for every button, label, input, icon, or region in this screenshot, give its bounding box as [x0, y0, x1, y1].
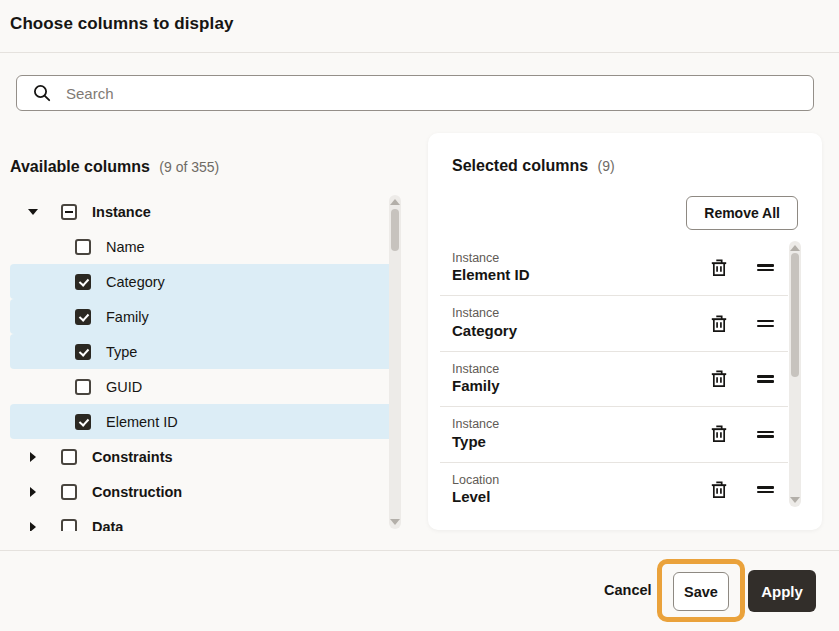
checkbox[interactable] — [75, 344, 91, 360]
tree-row-label: Construction — [92, 484, 182, 500]
selected-column-group: Instance — [452, 306, 709, 322]
tree-row[interactable]: Construction — [10, 474, 393, 509]
selected-column-item[interactable]: Instance Category — [440, 295, 788, 350]
tree-row[interactable]: Element ID — [10, 404, 393, 439]
selected-column-text: Instance Category — [452, 306, 709, 340]
selected-column-name: Family — [452, 377, 709, 396]
selected-column-item[interactable]: Instance Family — [440, 351, 788, 406]
selected-column-item[interactable]: Instance Type — [440, 406, 788, 461]
scroll-down-icon[interactable] — [390, 519, 400, 525]
selected-column-item[interactable]: Instance Element ID — [440, 240, 788, 295]
checkbox[interactable] — [75, 239, 91, 255]
scroll-up-icon[interactable] — [390, 199, 400, 205]
save-button[interactable]: Save — [673, 572, 729, 611]
delete-button[interactable] — [709, 424, 729, 444]
scroll-up-icon[interactable] — [790, 245, 800, 251]
drag-handle-icon[interactable] — [757, 318, 774, 330]
delete-button[interactable] — [709, 480, 729, 500]
tree-row[interactable]: Data — [10, 509, 393, 531]
selected-column-group: Instance — [452, 251, 709, 267]
checkbox[interactable] — [61, 449, 77, 465]
delete-button[interactable] — [709, 369, 729, 389]
selected-column-text: Instance Type — [452, 417, 709, 451]
cancel-button[interactable]: Cancel — [598, 581, 658, 599]
selected-columns-list: Instance Element ID Instance Category — [440, 240, 788, 517]
drag-handle-icon[interactable] — [757, 484, 774, 496]
scrollbar-thumb[interactable] — [391, 209, 399, 251]
selected-columns-count: (9) — [598, 158, 615, 174]
checkbox[interactable] — [75, 414, 91, 430]
selected-column-name: Type — [452, 433, 709, 452]
search-icon — [33, 84, 51, 102]
tree-row[interactable]: Category — [10, 264, 393, 299]
tree-row[interactable]: Name — [10, 229, 393, 264]
scroll-down-icon[interactable] — [790, 497, 800, 503]
selected-column-group: Instance — [452, 417, 709, 433]
tree-row-label: Constraints — [92, 449, 173, 465]
selected-column-name: Element ID — [452, 266, 709, 285]
trash-icon — [710, 259, 728, 277]
drag-handle-icon[interactable] — [757, 373, 774, 385]
selected-column-item[interactable]: Location Level — [440, 462, 788, 517]
available-tree: Instance Name Category Family Type GUID … — [10, 194, 393, 531]
tree-row-label: Instance — [92, 204, 151, 220]
trash-icon — [710, 370, 728, 388]
selected-column-name: Category — [452, 322, 709, 341]
delete-button[interactable] — [709, 314, 729, 334]
expander-icon[interactable] — [27, 206, 39, 218]
search-input[interactable] — [64, 84, 803, 103]
expander-icon[interactable] — [27, 521, 39, 532]
search-box[interactable] — [16, 75, 814, 111]
header-divider — [0, 52, 839, 53]
checkbox[interactable] — [61, 204, 77, 220]
tree-row[interactable]: Instance — [10, 194, 393, 229]
checkbox[interactable] — [61, 484, 77, 500]
expander-icon[interactable] — [27, 486, 39, 498]
tree-row[interactable]: Type — [10, 334, 393, 369]
delete-button[interactable] — [709, 258, 729, 278]
checkbox[interactable] — [75, 379, 91, 395]
selected-column-group: Location — [452, 473, 709, 489]
selected-column-group: Instance — [452, 362, 709, 378]
apply-button[interactable]: Apply — [748, 570, 816, 612]
trash-icon — [710, 481, 728, 499]
tree-row-label: GUID — [106, 379, 142, 395]
drag-handle-icon[interactable] — [757, 262, 774, 274]
drag-handle-icon[interactable] — [757, 428, 774, 440]
footer-divider — [0, 550, 839, 551]
tree-row-label: Element ID — [106, 414, 178, 430]
tree-row-label: Name — [106, 239, 145, 255]
dialog-title: Choose columns to display — [10, 14, 234, 34]
tree-row-label: Type — [106, 344, 137, 360]
remove-all-button[interactable]: Remove All — [686, 196, 798, 230]
tree-row-label: Data — [92, 519, 123, 532]
checkbox[interactable] — [61, 519, 77, 532]
trash-icon — [710, 315, 728, 333]
scrollbar-thumb[interactable] — [791, 253, 799, 377]
checkbox[interactable] — [75, 309, 91, 325]
selected-column-name: Level — [452, 488, 709, 507]
available-columns-title: Available columns — [10, 158, 150, 175]
available-columns-count: (9 of 355) — [159, 159, 219, 175]
trash-icon — [710, 425, 728, 443]
selected-columns-heading: Selected columns (9) — [452, 157, 615, 175]
expander-icon[interactable] — [27, 451, 39, 463]
tree-row-label: Category — [106, 274, 165, 290]
selected-columns-title: Selected columns — [452, 157, 588, 174]
selected-column-text: Instance Element ID — [452, 251, 709, 285]
selected-columns-panel: Selected columns (9) Remove All Instance… — [428, 133, 822, 530]
available-tree-scrollbar[interactable] — [389, 195, 401, 529]
selected-column-text: Location Level — [452, 473, 709, 507]
tree-row-label: Family — [106, 309, 149, 325]
tree-row[interactable]: Family — [10, 299, 393, 334]
checkbox[interactable] — [75, 274, 91, 290]
selected-list-scrollbar[interactable] — [789, 241, 801, 507]
tree-row[interactable]: GUID — [10, 369, 393, 404]
tree-row[interactable]: Constraints — [10, 439, 393, 474]
available-columns-heading: Available columns (9 of 355) — [10, 158, 219, 176]
selected-column-text: Instance Family — [452, 362, 709, 396]
